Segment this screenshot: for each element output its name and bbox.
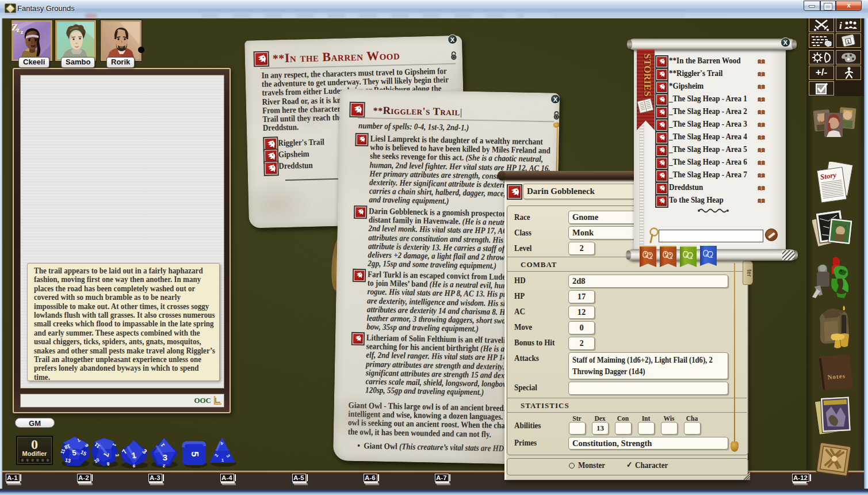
svg-text:4: 4: [220, 441, 223, 446]
svg-text:9: 9: [132, 463, 135, 469]
svg-text:3: 3: [163, 452, 167, 462]
svg-text:2: 2: [162, 463, 165, 469]
svg-text:1: 1: [221, 458, 224, 463]
svg-text:13: 13: [64, 457, 71, 464]
svg-text:5: 5: [189, 451, 200, 456]
svg-text:i: i: [839, 20, 842, 31]
